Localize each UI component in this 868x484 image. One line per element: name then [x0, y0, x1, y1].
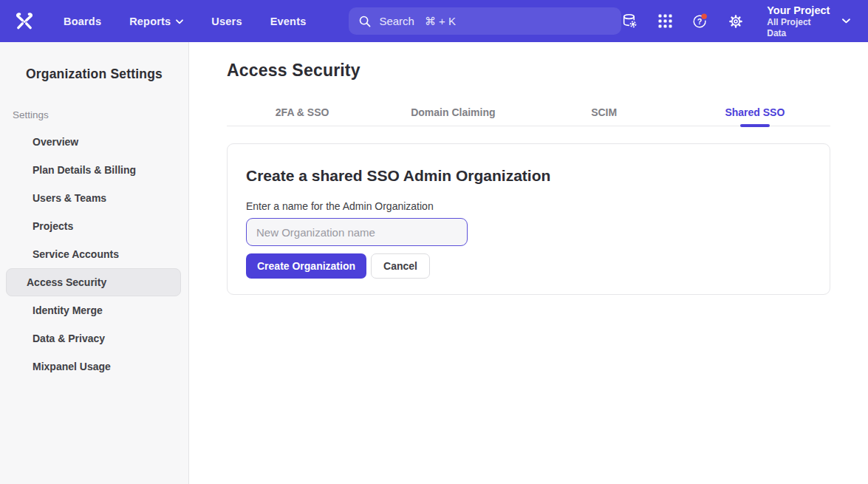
cancel-button[interactable]: Cancel	[371, 253, 430, 279]
sidebar-item-label: Service Accounts	[33, 248, 119, 260]
help-icon[interactable]: ?	[691, 13, 709, 30]
svg-text:?: ?	[697, 16, 702, 25]
tab-label: Shared SSO	[725, 106, 785, 118]
tab-label: Domain Claiming	[411, 106, 495, 118]
organization-name-input[interactable]	[246, 218, 468, 246]
tab-scim[interactable]: SCIM	[529, 98, 680, 126]
chevron-down-icon	[176, 19, 183, 24]
chevron-down-icon	[842, 18, 850, 24]
sidebar-item-plan-details-billing[interactable]: Plan Details & Billing	[6, 156, 181, 184]
sidebar-nav-list: Overview Plan Details & Billing Users & …	[0, 128, 188, 381]
nav-item-label: Events	[270, 16, 307, 27]
search-icon	[358, 15, 372, 28]
project-name: Your Project	[767, 4, 832, 17]
tab-2fa-sso[interactable]: 2FA & SSO	[227, 98, 377, 126]
nav-item-events[interactable]: Events	[270, 16, 307, 27]
sidebar-item-overview[interactable]: Overview	[6, 128, 181, 156]
nav-item-users[interactable]: Users	[211, 16, 242, 27]
create-shared-sso-card: Create a shared SSO Admin Organization E…	[227, 143, 830, 295]
nav-item-boards[interactable]: Boards	[64, 16, 101, 27]
nav-item-label: Boards	[64, 16, 101, 27]
project-selector-text: Your Project All Project Data	[767, 4, 832, 39]
global-search-input[interactable]: Search ⌘ + K	[349, 7, 621, 35]
notification-dot	[702, 13, 707, 18]
nav-item-label: Users	[211, 16, 242, 27]
project-selector[interactable]: Your Project All Project Data	[767, 4, 850, 39]
main-panel: Access Security 2FA & SSO Domain Claimin…	[189, 42, 868, 484]
tab-shared-sso[interactable]: Shared SSO	[680, 98, 830, 126]
mixpanel-logo-icon[interactable]	[13, 10, 35, 33]
sidebar-item-access-security[interactable]: Access Security	[6, 268, 181, 296]
sidebar-item-users-teams[interactable]: Users & Teams	[6, 184, 181, 212]
tab-domain-claiming[interactable]: Domain Claiming	[377, 98, 528, 126]
nav-item-label: Reports	[129, 16, 171, 27]
topbar-actions: ? Your Project All Project Data	[621, 4, 850, 39]
access-security-tabs: 2FA & SSO Domain Claiming SCIM Shared SS…	[227, 98, 830, 126]
sidebar-item-label: Mixpanel Usage	[33, 361, 111, 372]
top-navigation-bar: Boards Reports Users Events Search ⌘ + K	[0, 0, 868, 42]
organization-settings-sidebar: Organization Settings Settings Overview …	[0, 42, 189, 484]
tab-label: SCIM	[591, 106, 617, 118]
create-organization-button[interactable]: Create Organization	[246, 253, 366, 279]
settings-gear-icon[interactable]	[727, 13, 745, 30]
card-actions: Create Organization Cancel	[246, 253, 811, 279]
page-title: Access Security	[227, 59, 830, 81]
sidebar-item-label: Plan Details & Billing	[33, 164, 136, 176]
search-shortcut-hint: ⌘ + K	[425, 15, 456, 28]
card-title: Create a shared SSO Admin Organization	[246, 165, 811, 187]
project-dataset: All Project Data	[767, 17, 832, 39]
sidebar-item-projects[interactable]: Projects	[6, 212, 181, 240]
sidebar-item-identity-merge[interactable]: Identity Merge	[6, 296, 181, 324]
sidebar-item-mixpanel-usage[interactable]: Mixpanel Usage	[6, 352, 181, 381]
sidebar-item-service-accounts[interactable]: Service Accounts	[6, 240, 181, 268]
data-connections-icon[interactable]	[621, 13, 639, 30]
tab-label: 2FA & SSO	[276, 106, 329, 118]
sidebar-item-label: Projects	[33, 220, 73, 232]
sidebar-item-label: Overview	[33, 136, 78, 148]
sidebar-section-label: Settings	[13, 109, 188, 120]
sidebar-item-label: Data & Privacy	[33, 333, 105, 344]
search-placeholder: Search	[379, 15, 414, 27]
apps-grid-icon[interactable]	[657, 13, 674, 30]
nav-item-reports[interactable]: Reports	[129, 16, 183, 27]
primary-nav: Boards Reports Users Events	[64, 16, 306, 27]
page-content: Organization Settings Settings Overview …	[0, 42, 868, 484]
sidebar-item-data-privacy[interactable]: Data & Privacy	[6, 324, 181, 352]
sidebar-item-label: Users & Teams	[33, 192, 106, 204]
organization-name-label: Enter a name for the Admin Organization	[246, 199, 811, 214]
sidebar-item-label: Access Security	[27, 276, 106, 288]
sidebar-title: Organization Settings	[0, 67, 188, 82]
sidebar-item-label: Identity Merge	[33, 304, 103, 316]
